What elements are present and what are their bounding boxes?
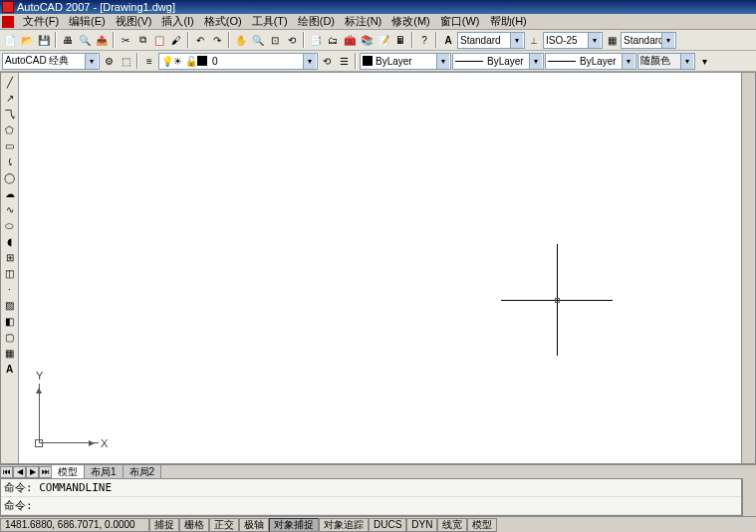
pan-icon[interactable]: ✋ xyxy=(233,32,249,48)
menu-insert[interactable]: 插入(I) xyxy=(156,14,198,29)
tp-icon[interactable]: 🧰 xyxy=(342,32,358,48)
ortho-toggle[interactable]: 正交 xyxy=(209,518,239,532)
lineweight-dropdown[interactable]: ByLayer xyxy=(545,53,636,70)
menu-modify[interactable]: 修改(M) xyxy=(386,14,435,29)
paste-icon[interactable]: 📋 xyxy=(151,32,167,48)
layer-manager-icon[interactable]: ≡ xyxy=(141,53,157,69)
dc-icon[interactable]: 🗂 xyxy=(325,32,341,48)
plotstyle-mgr-icon[interactable]: ▾ xyxy=(696,53,712,69)
dimstyle-dropdown[interactable]: ISO-25 xyxy=(543,32,603,49)
lwt-toggle[interactable]: 线宽 xyxy=(437,518,467,532)
ellipse-icon[interactable]: ⬭ xyxy=(2,218,17,233)
zoomwin-icon[interactable]: ⊡ xyxy=(267,32,283,48)
polygon-icon[interactable]: ⬠ xyxy=(2,123,17,137)
tablestyle-dropdown[interactable]: Standard xyxy=(621,32,676,49)
open-icon[interactable]: 📂 xyxy=(19,32,35,48)
ssm-icon[interactable]: 📚 xyxy=(359,32,375,48)
help-icon[interactable]: ? xyxy=(416,32,432,48)
plotstyle-dropdown[interactable]: 随颜色 xyxy=(637,53,695,70)
dimstyle-icon[interactable]: ⟂ xyxy=(526,32,542,48)
coords-display[interactable]: 1481.6880, 686.7071, 0.0000 xyxy=(0,518,149,532)
region-icon[interactable]: ▢ xyxy=(2,330,17,345)
menu-help[interactable]: 帮助(H) xyxy=(485,14,532,29)
ws-settings-icon[interactable]: ⚙ xyxy=(101,53,117,69)
calc-icon[interactable]: 🖩 xyxy=(392,32,408,48)
tab-first-icon[interactable]: ⏮ xyxy=(0,466,13,478)
save-icon[interactable]: 💾 xyxy=(36,32,52,48)
lock-icon: 🔓 xyxy=(185,56,195,66)
redo-icon[interactable]: ↷ xyxy=(209,32,225,48)
tab-prev-icon[interactable]: ◀ xyxy=(13,466,26,478)
arc-icon[interactable]: ⤹ xyxy=(2,154,17,169)
spline-icon[interactable]: ∿ xyxy=(2,202,17,217)
workspace-dropdown[interactable]: AutoCAD 经典 xyxy=(2,53,100,70)
table-icon[interactable]: ▦ xyxy=(2,346,17,361)
vertical-scrollbar[interactable] xyxy=(741,73,755,463)
zoomrt-icon[interactable]: 🔍 xyxy=(250,32,266,48)
circle-icon[interactable]: ◯ xyxy=(2,170,17,185)
menu-dimension[interactable]: 标注(N) xyxy=(340,14,386,29)
xline-icon[interactable]: ↗ xyxy=(2,91,17,106)
tab-layout1[interactable]: 布局1 xyxy=(84,464,124,479)
revcloud-icon[interactable]: ☁ xyxy=(2,186,17,201)
window-title: AutoCAD 2007 - [Drawing1.dwg] xyxy=(17,1,175,13)
drawing-canvas[interactable]: Y X xyxy=(19,73,741,463)
layer-name: 0 xyxy=(212,56,218,67)
dyn-toggle[interactable]: DYN xyxy=(406,518,437,532)
layer-prev-icon[interactable]: ⟲ xyxy=(319,53,335,69)
pline-icon[interactable]: ⺄ xyxy=(2,107,17,122)
copy-icon[interactable]: ⧉ xyxy=(134,32,150,48)
matchprop-icon[interactable]: 🖌 xyxy=(168,32,184,48)
point-icon[interactable]: ∙ xyxy=(2,282,17,297)
block-icon[interactable]: ◫ xyxy=(2,266,17,281)
layer-state-icon[interactable]: ☰ xyxy=(336,53,352,69)
line-icon[interactable]: ╱ xyxy=(2,75,17,90)
ellarc-icon[interactable]: ◖ xyxy=(2,234,17,249)
app-icon xyxy=(2,1,14,13)
zoomprev-icon[interactable]: ⟲ xyxy=(284,32,300,48)
menu-file[interactable]: 文件(F) xyxy=(18,14,64,29)
work-area: ╱ ↗ ⺄ ⬠ ▭ ⤹ ◯ ☁ ∿ ⬭ ◖ ⊞ ◫ ∙ ▨ ◧ ▢ ▦ A Y … xyxy=(0,72,756,464)
ducs-toggle[interactable]: DUCS xyxy=(369,518,406,532)
hatch-icon[interactable]: ▨ xyxy=(2,298,17,313)
mtext-icon[interactable]: A xyxy=(2,362,17,377)
gradient-icon[interactable]: ◧ xyxy=(2,314,17,329)
snap-toggle[interactable]: 捕捉 xyxy=(149,518,179,532)
cmd-input[interactable]: 命令: xyxy=(1,497,741,515)
textstyle-icon[interactable]: A xyxy=(440,32,456,48)
menu-draw[interactable]: 绘图(D) xyxy=(293,14,340,29)
print-icon[interactable]: 🖶 xyxy=(60,32,76,48)
menu-format[interactable]: 格式(O) xyxy=(199,14,247,29)
layer-dropdown[interactable]: 💡 ☀ 🔓 0 xyxy=(158,53,318,70)
standard-toolbar: 📄 📂 💾 🖶 🔍 📤 ✂ ⧉ 📋 🖌 ↶ ↷ ✋ 🔍 ⊡ ⟲ 📑 🗂 🧰 📚 … xyxy=(0,30,756,51)
markup-icon[interactable]: 📝 xyxy=(376,32,391,48)
insert-icon[interactable]: ⊞ xyxy=(2,250,17,265)
grid-toggle[interactable]: 栅格 xyxy=(179,518,209,532)
undo-icon[interactable]: ↶ xyxy=(192,32,208,48)
polar-toggle[interactable]: 极轴 xyxy=(239,518,269,532)
rect-icon[interactable]: ▭ xyxy=(2,138,17,153)
menu-tools[interactable]: 工具(T) xyxy=(247,14,293,29)
ws-save-icon[interactable]: ⬚ xyxy=(118,53,133,69)
menu-bar: 文件(F) 编辑(E) 视图(V) 插入(I) 格式(O) 工具(T) 绘图(D… xyxy=(0,14,756,30)
tab-model[interactable]: 模型 xyxy=(51,464,85,479)
tab-next-icon[interactable]: ▶ xyxy=(26,466,39,478)
menu-window[interactable]: 窗口(W) xyxy=(435,14,485,29)
textstyle-dropdown[interactable]: Standard xyxy=(457,32,525,49)
menu-view[interactable]: 视图(V) xyxy=(111,14,157,29)
model-toggle[interactable]: 模型 xyxy=(467,518,497,532)
cut-icon[interactable]: ✂ xyxy=(118,32,133,48)
tablestyle-icon[interactable]: ▦ xyxy=(604,32,620,48)
publish-icon[interactable]: 📤 xyxy=(94,32,110,48)
menu-edit[interactable]: 编辑(E) xyxy=(64,14,111,29)
tab-layout2[interactable]: 布局2 xyxy=(123,464,162,479)
new-icon[interactable]: 📄 xyxy=(2,32,18,48)
linetype-dropdown[interactable]: ByLayer xyxy=(452,53,544,70)
color-dropdown[interactable]: ByLayer xyxy=(360,53,451,70)
otrack-toggle[interactable]: 对象追踪 xyxy=(319,518,369,532)
preview-icon[interactable]: 🔍 xyxy=(77,32,93,48)
doc-icon xyxy=(2,16,14,28)
props-icon[interactable]: 📑 xyxy=(308,32,324,48)
osnap-toggle[interactable]: 对象捕捉 xyxy=(269,518,319,532)
cmd-scrollbar[interactable] xyxy=(742,478,756,516)
